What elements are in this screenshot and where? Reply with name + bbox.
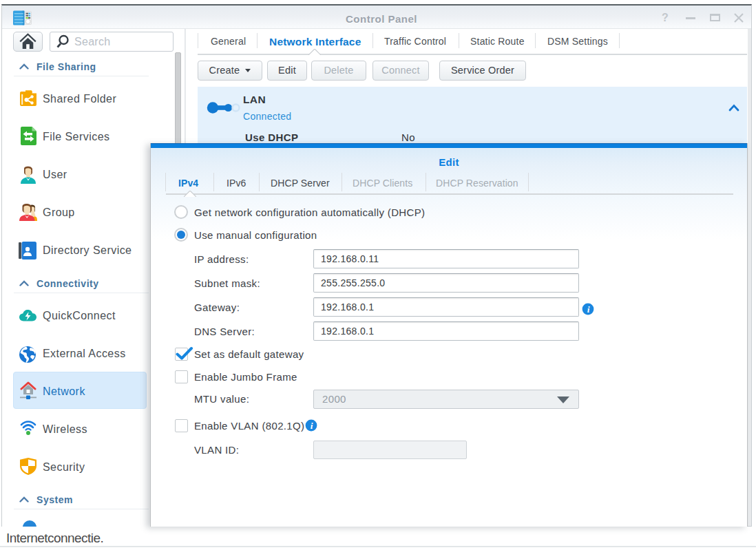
svg-text:i: i (311, 421, 313, 431)
svg-text:i: i (587, 304, 590, 315)
